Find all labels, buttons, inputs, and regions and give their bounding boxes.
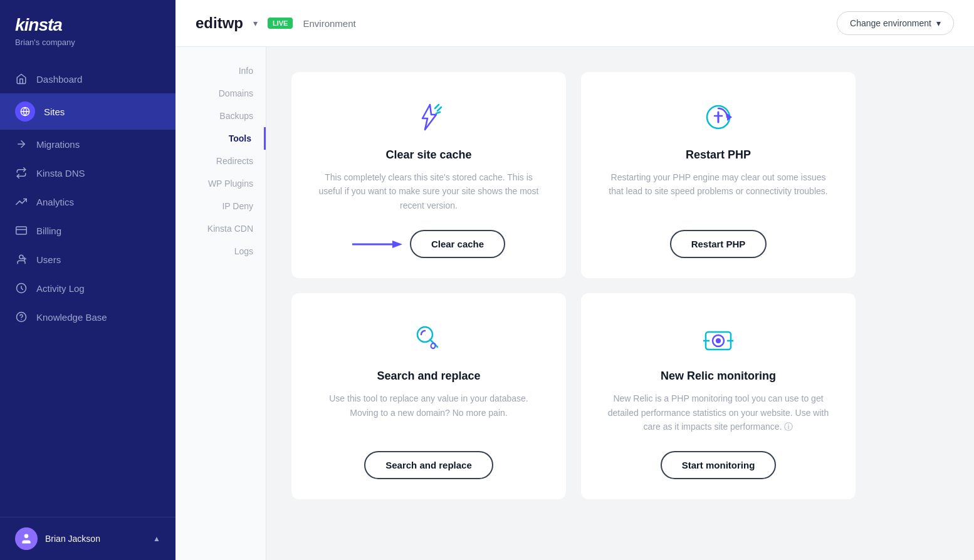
sidebar-item-label: Sites [44, 106, 65, 117]
subnav-backups[interactable]: Backups [175, 105, 266, 127]
search-replace-desc: Use this tool to replace any value in yo… [314, 391, 543, 433]
globe-icon [15, 101, 35, 122]
svg-point-10 [24, 534, 29, 539]
sidebar-item-sites[interactable]: Sites [0, 93, 175, 130]
subnav-tools[interactable]: Tools [175, 127, 266, 150]
clear-cache-icon [409, 97, 449, 137]
clear-cache-arrow [352, 237, 402, 252]
restart-php-title: Restart PHP [686, 148, 751, 162]
subnav-redirects[interactable]: Redirects [175, 150, 266, 172]
clear-cache-button[interactable]: Clear cache [410, 230, 505, 258]
new-relic-title: New Relic monitoring [661, 370, 776, 383]
topbar: editwp ▾ LIVE Environment Change environ… [175, 0, 974, 47]
sidebar-item-label: Users [36, 254, 61, 265]
site-chevron-icon[interactable]: ▾ [253, 18, 258, 28]
search-replace-button[interactable]: Search and replace [364, 451, 493, 479]
user-name: Brian Jackson [45, 534, 145, 544]
new-relic-desc: New Relic is a PHP monitoring tool you c… [604, 391, 833, 433]
content-area: Info Domains Backups Tools Redirects WP … [175, 47, 974, 560]
main-content: editwp ▾ LIVE Environment Change environ… [175, 0, 974, 560]
avatar [15, 527, 38, 550]
restart-php-card: Restart PHP Restarting your PHP engine m… [581, 72, 856, 278]
new-relic-card: New Relic monitoring New Relic is a PHP … [581, 293, 856, 499]
tools-content: Clear site cache This completely clears … [266, 47, 974, 560]
tools-grid: Clear site cache This completely clears … [291, 72, 856, 499]
chevron-up-icon: ▲ [153, 534, 160, 543]
sidebar-nav: Dashboard Sites Migrations [0, 65, 175, 517]
subnav-logs[interactable]: Logs [175, 240, 266, 262]
company-name: Brian's company [15, 38, 160, 47]
clear-cache-desc: This completely clears this site's store… [314, 170, 543, 212]
kinsta-logo: kinsta [15, 15, 160, 35]
subnav-domains[interactable]: Domains [175, 82, 266, 105]
sidebar-item-knowledge-base[interactable]: Knowledge Base [0, 303, 175, 331]
svg-line-12 [437, 107, 441, 111]
sidebar-item-label: Kinsta DNS [36, 168, 85, 179]
sidebar-item-label: Activity Log [36, 283, 85, 294]
dns-icon [15, 167, 28, 179]
restart-php-button[interactable]: Restart PHP [670, 230, 767, 258]
start-monitoring-button[interactable]: Start monitoring [661, 451, 777, 479]
search-replace-title: Search and replace [377, 370, 480, 383]
sidebar-item-label: Analytics [36, 197, 74, 207]
clear-cache-card: Clear site cache This completely clears … [291, 72, 566, 278]
sidebar-item-activity-log[interactable]: Activity Log [0, 274, 175, 303]
sidebar-item-label: Billing [36, 226, 61, 236]
svg-marker-15 [392, 241, 402, 248]
activity-log-icon [15, 282, 28, 294]
sidebar-item-dashboard[interactable]: Dashboard [0, 65, 175, 93]
sidebar-item-label: Migrations [36, 139, 80, 150]
svg-point-24 [716, 338, 721, 343]
users-icon [15, 253, 28, 266]
restart-php-desc: Restarting your PHP engine may clear out… [604, 170, 833, 212]
change-environment-button[interactable]: Change environment ▾ [837, 11, 954, 35]
sidebar-item-kinsta-dns[interactable]: Kinsta DNS [0, 158, 175, 187]
knowledge-base-icon [15, 311, 28, 323]
sidebar-header: kinsta Brian's company [0, 0, 175, 52]
migrations-icon [15, 138, 28, 150]
live-badge: LIVE [268, 18, 293, 29]
site-name: editwp [196, 14, 243, 32]
subnav-info[interactable]: Info [175, 60, 266, 82]
sidebar-item-label: Knowledge Base [36, 312, 107, 323]
analytics-icon [15, 195, 28, 208]
sidebar-item-billing[interactable]: Billing [0, 216, 175, 245]
search-replace-card: Search and replace Use this tool to repl… [291, 293, 566, 499]
billing-icon [15, 224, 28, 237]
sidebar-footer[interactable]: Brian Jackson ▲ [0, 517, 175, 560]
subnav-ip-deny[interactable]: IP Deny [175, 195, 266, 217]
subnav-wp-plugins[interactable]: WP Plugins [175, 172, 266, 195]
clear-cache-title: Clear site cache [385, 148, 471, 162]
svg-rect-2 [16, 227, 27, 234]
subnav-kinsta-cdn[interactable]: Kinsta CDN [175, 217, 266, 240]
environment-label: Environment [303, 18, 355, 29]
sub-navigation: Info Domains Backups Tools Redirects WP … [175, 47, 266, 560]
sidebar-item-label: Dashboard [36, 74, 82, 85]
sidebar-item-migrations[interactable]: Migrations [0, 130, 175, 158]
sidebar: kinsta Brian's company Dashboard Sites [0, 0, 175, 560]
svg-line-13 [436, 112, 440, 113]
sidebar-item-analytics[interactable]: Analytics [0, 187, 175, 216]
svg-point-4 [19, 255, 23, 259]
home-icon [15, 73, 28, 85]
sidebar-item-users[interactable]: Users [0, 245, 175, 274]
new-relic-icon [698, 318, 738, 358]
restart-php-icon [698, 97, 738, 137]
svg-line-11 [435, 105, 439, 108]
search-replace-icon [409, 318, 449, 358]
chevron-down-icon: ▾ [936, 18, 941, 28]
